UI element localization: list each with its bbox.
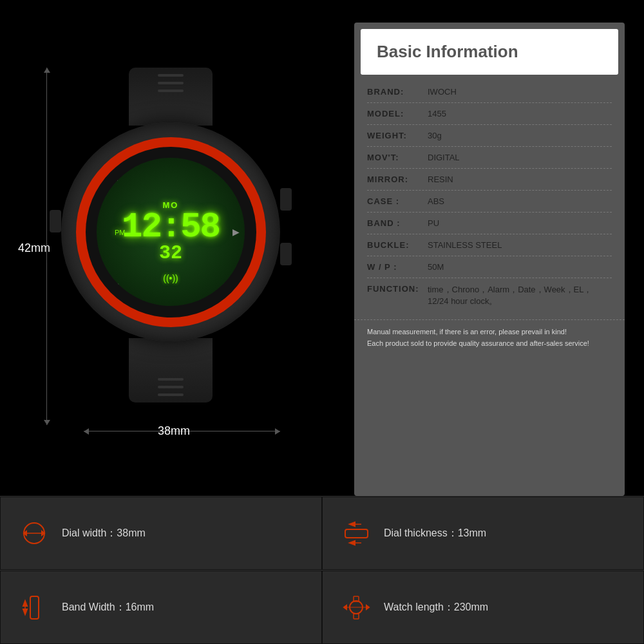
- info-row-value: IWOCH: [425, 87, 612, 97]
- button-left: [50, 210, 61, 232]
- arrow-icon: ▶: [232, 227, 240, 237]
- spec-dial-width: Dial width：38mm: [0, 497, 322, 570]
- svg-marker-17: [344, 605, 346, 609]
- button-right-top: [280, 188, 292, 211]
- time-display: 12:58: [122, 210, 220, 245]
- band-top: [129, 68, 213, 126]
- dial-width-icon: [20, 519, 49, 548]
- svg-marker-11: [23, 601, 27, 606]
- bezel-outer: ✳ ▶ ✂ ((•)) ↺ PM MO 12:58 32: [76, 137, 266, 327]
- watch-area: 42mm 38mm SKMEI WR 50M: [0, 0, 341, 496]
- info-row: W / P :50M: [367, 256, 612, 278]
- watch-case: SKMEI WR 50M ✳ ▶: [61, 122, 280, 341]
- info-row-value: 1455: [425, 109, 612, 118]
- specs-row-1: Dial width：38mm Dial thickness：13mm: [0, 496, 644, 570]
- info-row-label: CASE :: [367, 196, 425, 206]
- tools-icon: ✂: [111, 279, 119, 292]
- lcd-screen: ✳ ▶ ✂ ((•)) ↺ PM MO 12:58 32: [97, 158, 245, 306]
- info-row-label: W / P :: [367, 262, 425, 272]
- info-row-label: MIRROR:: [367, 175, 425, 184]
- ampm-display: PM: [115, 229, 126, 236]
- info-title: Basic Information: [377, 42, 602, 62]
- spec-dial-thickness: Dial thickness：13mm: [322, 497, 644, 570]
- svg-marker-18: [366, 605, 369, 609]
- info-row: CASE :ABS: [367, 191, 612, 213]
- info-row-value: STAINLESS STEEL: [425, 240, 612, 250]
- band-width-label: Band Width：16mm: [62, 601, 154, 614]
- svg-rect-4: [345, 529, 368, 538]
- spec-watch-length: Watch length：230mm: [322, 571, 644, 644]
- band-width-icon: [20, 593, 49, 622]
- main-container: 42mm 38mm SKMEI WR 50M: [0, 0, 644, 644]
- info-panel: Basic Information BRAND:IWOCHMODEL:1455W…: [354, 23, 625, 496]
- note-text: Manual measurement, if there is an error…: [367, 328, 589, 347]
- watch-length-label: Watch length：230mm: [384, 601, 488, 614]
- svg-rect-15: [354, 614, 359, 619]
- info-row-value: DIGITAL: [425, 153, 612, 162]
- info-row: MIRROR:RESIN: [367, 169, 612, 191]
- bezel-inner: ✳ ▶ ✂ ((•)) ↺ PM MO 12:58 32: [86, 147, 256, 317]
- info-row-value: 50M: [425, 262, 612, 272]
- watch-length-icon: [342, 593, 371, 622]
- dial-thickness-label: Dial thickness：13mm: [384, 527, 486, 540]
- info-row-label: BAND :: [367, 218, 425, 228]
- wifi-icon: ((•)): [163, 273, 178, 283]
- info-row-label: WEIGHT:: [367, 131, 425, 140]
- watch-image: SKMEI WR 50M ✳ ▶: [48, 68, 293, 441]
- dial-width-label: Dial width：38mm: [62, 527, 146, 540]
- info-row-label: MODEL:: [367, 109, 425, 118]
- info-row: WEIGHT:30g: [367, 125, 612, 147]
- info-row-value: ABS: [425, 196, 612, 206]
- spec-band-width: Band Width：16mm: [0, 571, 322, 644]
- dial-thickness-icon: [342, 519, 371, 548]
- svg-marker-6: [350, 522, 355, 526]
- info-row: BAND :PU: [367, 213, 612, 234]
- info-row-label: BRAND:: [367, 87, 425, 97]
- refresh-icon: ↺: [222, 279, 231, 292]
- info-row-value: PU: [425, 218, 612, 228]
- bottom-section: Dial width：38mm Dial thickness：13mm: [0, 496, 644, 644]
- specs-row-2: Band Width：16mm Watch length：230mm: [0, 570, 644, 644]
- height-label: 42mm: [18, 242, 50, 255]
- svg-marker-12: [23, 609, 27, 614]
- info-row-value: time，Chrono，Alarm，Date，Week，EL，12/24 hou…: [425, 284, 612, 307]
- info-row-value: 30g: [425, 131, 612, 140]
- seconds-display: 32: [159, 242, 182, 264]
- info-row: FUNCTION:time，Chrono，Alarm，Date，Week，EL，…: [367, 278, 612, 313]
- band-bottom: [129, 338, 213, 402]
- info-row-value: RESIN: [425, 175, 612, 184]
- info-row-label: BUCKLE:: [367, 240, 425, 250]
- info-row: BUCKLE:STAINLESS STEEL: [367, 234, 612, 256]
- info-row-label: MOV'T:: [367, 153, 425, 162]
- svg-rect-9: [30, 596, 39, 619]
- info-note: Manual measurement, if there is an error…: [354, 319, 625, 359]
- info-row: BRAND:IWOCH: [367, 81, 612, 103]
- info-rows: BRAND:IWOCHMODEL:1455WEIGHT:30gMOV'T:DIG…: [354, 75, 625, 319]
- info-header: Basic Information: [361, 29, 618, 75]
- info-row: MOV'T:DIGITAL: [367, 147, 612, 169]
- sun-icon: ✳: [111, 172, 119, 184]
- button-right-bottom: [280, 243, 292, 265]
- info-row: MODEL:1455: [367, 103, 612, 125]
- top-section: 42mm 38mm SKMEI WR 50M: [0, 0, 644, 496]
- svg-marker-8: [350, 541, 355, 545]
- info-row-label: FUNCTION:: [367, 284, 425, 294]
